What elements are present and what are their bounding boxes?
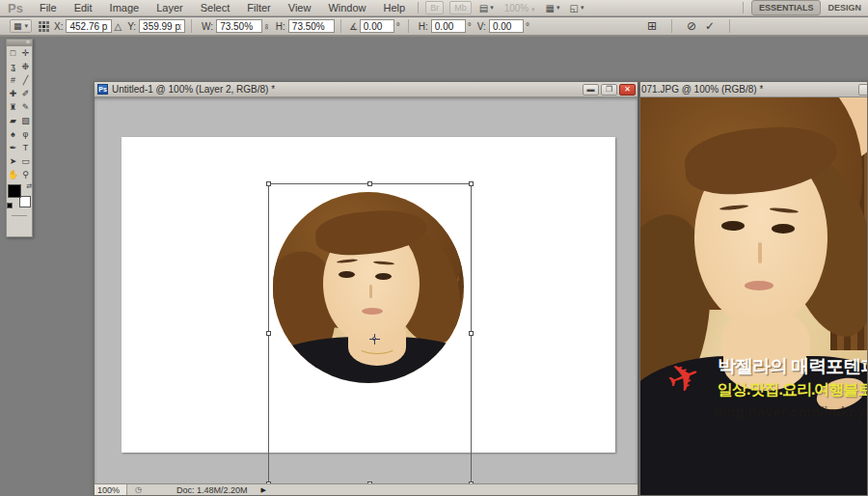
menu-view[interactable]: View	[280, 2, 320, 14]
transform-handle-middle-left[interactable]	[266, 331, 271, 336]
menu-edit[interactable]: Edit	[66, 2, 101, 14]
divider	[671, 19, 672, 33]
x-position-input[interactable]	[66, 19, 112, 33]
launch-minibridge-button[interactable]: Mb	[449, 1, 472, 14]
eraser-tool[interactable]: ▰	[7, 114, 19, 127]
divider	[729, 19, 730, 33]
clone-stamp-tool[interactable]: ♜	[7, 100, 19, 114]
transform-handle-top-left[interactable]	[266, 181, 271, 186]
status-options-arrow[interactable]: ▶	[261, 486, 266, 494]
quick-selection-tool[interactable]: ❉	[19, 60, 32, 73]
tool-preset-picker[interactable]: ▦ ▾	[10, 19, 32, 33]
brush-tool[interactable]: ✐	[19, 87, 32, 100]
crop-tool-icon: #	[11, 75, 15, 85]
rotate-angle-input[interactable]	[360, 19, 394, 33]
cancel-transform-button[interactable]: ⊘	[687, 19, 696, 33]
workspace-essentials-button[interactable]: ESSENTIALS	[751, 0, 822, 15]
lips	[745, 281, 773, 290]
zoom-tool-icon: ⚲	[22, 170, 29, 179]
brush-tool-icon: ✐	[22, 89, 30, 98]
minimize-button[interactable]	[858, 84, 867, 96]
document-title: 071.JPG @ 100% (RGB/8) *	[641, 84, 763, 95]
type-tool[interactable]: T	[19, 141, 32, 154]
pen-tool[interactable]: ✒	[7, 141, 19, 154]
lasso-tool-icon: ʓ	[11, 62, 15, 71]
menu-filter[interactable]: Filter	[238, 2, 279, 14]
menu-window[interactable]: Window	[319, 2, 374, 14]
menu-layer[interactable]: Layer	[148, 2, 192, 14]
transform-handle-middle-right[interactable]	[469, 331, 474, 336]
menu-help[interactable]: Help	[375, 2, 415, 14]
photoshop-logo: Ps	[0, 1, 31, 15]
delta-icon[interactable]: △	[114, 21, 122, 32]
launch-bridge-button[interactable]: Br	[425, 1, 444, 14]
y-position-input[interactable]	[139, 19, 185, 33]
hand-tool-icon: ✋	[8, 170, 18, 179]
crop-tool[interactable]: #	[7, 73, 19, 87]
transform-reference-point[interactable]	[369, 334, 380, 344]
divider	[191, 19, 192, 33]
width-scale-input[interactable]	[216, 19, 262, 33]
screen-mode-button[interactable]: ◱ ▾	[569, 3, 583, 14]
document-titlebar[interactable]: Ps Untitled-1 @ 100% (Layer 2, RGB/8) * …	[95, 82, 637, 97]
status-bar: 100% ◷ Doc: 1.48M/2.20M ▶	[95, 483, 637, 495]
options-bar: ▦ ▾ X: △ Y: W: ∞ H: ∡ ° H: ° V: ° ⊞ ⊘ ✓	[0, 17, 868, 37]
height-scale-input[interactable]	[288, 19, 335, 33]
document-size-info[interactable]: Doc: 1.48M/2.20M	[176, 485, 248, 495]
spot-healing-brush-tool[interactable]: ✚	[7, 87, 19, 100]
restore-button[interactable]: ❐	[601, 84, 617, 96]
blur-tool[interactable]: ♠	[7, 127, 19, 141]
transform-handle-bottom-middle[interactable]	[367, 482, 372, 483]
dodge-tool[interactable]: φ	[19, 127, 32, 141]
history-brush-tool[interactable]: ✎	[19, 100, 32, 114]
nose	[758, 242, 762, 263]
tools-panel-header[interactable]: »	[7, 40, 32, 46]
transform-handle-top-right[interactable]	[469, 181, 474, 186]
degree-symbol: °	[468, 21, 472, 32]
transform-handle-bottom-left[interactable]	[266, 482, 271, 483]
menu-file[interactable]: File	[31, 2, 66, 14]
hand-tool[interactable]: ✋	[7, 168, 19, 181]
link-dimensions-icon[interactable]: ∞	[262, 23, 271, 29]
foreground-color-swatch[interactable]	[8, 184, 21, 198]
height-label: H:	[276, 21, 285, 32]
lock-icon: ◷	[135, 485, 142, 494]
view-extras-button[interactable]: ▤ ▾	[479, 3, 494, 14]
type-tool-icon: T	[23, 143, 29, 152]
horizontal-skew-input[interactable]	[431, 19, 466, 33]
vertical-skew-input[interactable]	[489, 19, 524, 33]
zoom-percentage-field[interactable]: 100%	[95, 484, 127, 495]
collapse-panel-icon[interactable]: »	[26, 39, 30, 45]
transform-handle-bottom-right[interactable]	[469, 482, 474, 483]
gradient-tool[interactable]: ▧	[19, 114, 32, 127]
quick-selection-tool-icon: ❉	[22, 62, 30, 71]
eyedropper-tool-icon: ╱	[23, 75, 28, 85]
move-tool[interactable]: ✛	[19, 46, 32, 60]
tools-panel: » □✛ʓ❉#╱✚✐♜✎▰▧♠φ✒T➤▭✋⚲ ⇄	[6, 39, 33, 237]
menu-image[interactable]: Image	[101, 2, 149, 14]
degree-symbol: °	[396, 21, 400, 32]
commit-transform-button[interactable]: ✓	[705, 19, 715, 33]
document-canvas-area[interactable]	[95, 97, 637, 483]
shape-tool[interactable]: ▭	[19, 154, 32, 168]
reference-point-locator-icon[interactable]	[38, 20, 50, 33]
eraser-tool-icon: ▰	[10, 116, 16, 125]
zoom-tool[interactable]: ⚲	[19, 168, 32, 181]
warp-mode-button[interactable]: ⊞	[647, 19, 657, 33]
transform-handle-top-middle[interactable]	[367, 181, 372, 186]
workspace-design-button[interactable]: DESIGN	[821, 1, 868, 14]
zoom-level-dropdown[interactable]: 100% ▾	[504, 3, 535, 14]
default-swatches-icon[interactable]	[7, 203, 13, 208]
document-titlebar[interactable]: 071.JPG @ 100% (RGB/8) *	[640, 82, 867, 97]
arrange-documents-button[interactable]: ▦ ▾	[546, 3, 560, 14]
path-selection-tool[interactable]: ➤	[7, 154, 19, 168]
eyedropper-tool[interactable]: ╱	[19, 73, 32, 87]
menu-select[interactable]: Select	[192, 2, 239, 14]
close-button[interactable]: ✕	[619, 84, 636, 96]
transform-tool-icon: ▦	[14, 21, 22, 31]
minimize-button[interactable]: ▬	[583, 84, 599, 96]
document-canvas-area[interactable]: ✈ 박젤라의 매력포텐파워 일상.맛집.요리.여행블로거 blog.naver.…	[640, 97, 867, 495]
rectangular-marquee-tool[interactable]: □	[7, 46, 19, 60]
swap-colors-icon[interactable]: ⇄	[26, 182, 32, 190]
lasso-tool[interactable]: ʓ	[7, 60, 19, 73]
